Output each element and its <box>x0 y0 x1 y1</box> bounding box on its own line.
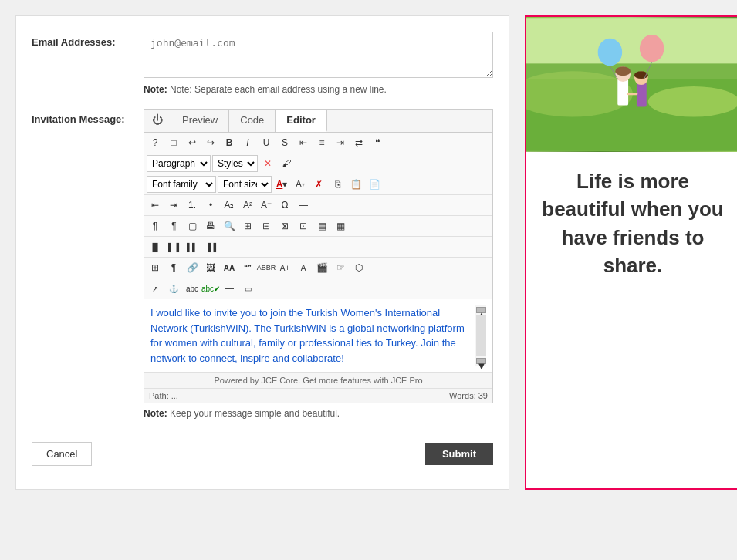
scroll-track[interactable]: ▲ ▼ <box>475 305 486 366</box>
pilcrow-button[interactable]: ¶ <box>147 218 164 234</box>
paint-button[interactable]: 🖌 <box>278 155 295 172</box>
anchor-btn[interactable]: ⚓ <box>165 280 182 297</box>
toolbar-row-2: Paragraph Styles ✕ 🖌 <box>144 153 492 174</box>
unordered-list-button[interactable]: • <box>202 197 219 214</box>
align-right-button[interactable]: ⇥ <box>332 134 349 151</box>
power-button[interactable]: ⏻ <box>144 110 171 132</box>
align-left-button[interactable]: ⇤ <box>295 134 312 151</box>
svg-point-7 <box>615 66 631 76</box>
indent-left-button[interactable]: ⇤ <box>147 197 164 214</box>
decrease-indent-button[interactable]: A⁻ <box>258 197 275 214</box>
align-center-button[interactable]: ≡ <box>313 134 330 151</box>
scroll-thumb[interactable] <box>476 315 486 356</box>
font-size-select[interactable]: Font size <box>218 176 272 193</box>
font-color-button[interactable]: A▾ <box>273 176 290 193</box>
italic-button[interactable]: I <box>239 134 256 151</box>
char-btn2[interactable]: A <box>295 259 312 276</box>
col-btn2[interactable]: ▌▐ <box>165 238 182 255</box>
cell-btn2[interactable]: ⊠ <box>276 218 293 234</box>
media-btn[interactable]: 🎬 <box>313 259 330 276</box>
special-char-button[interactable]: Ω <box>276 197 293 214</box>
path-label: Path: ... <box>149 391 178 400</box>
image-button[interactable]: 🖼 <box>202 259 219 276</box>
print-button[interactable]: 🖶 <box>202 218 219 234</box>
copy-button[interactable]: ⎘ <box>329 176 346 193</box>
buttons-row: Cancel Submit <box>32 434 493 474</box>
editor-text[interactable]: I would like to invite you to join the T… <box>150 305 475 366</box>
remove-color-button[interactable]: ✗ <box>310 176 327 193</box>
spell-btn[interactable]: abc <box>184 280 201 297</box>
align-justify-button[interactable]: ⇄ <box>350 134 367 151</box>
cancel-button[interactable]: Cancel <box>32 442 92 466</box>
subscript-button[interactable]: A₂ <box>221 197 238 214</box>
cell-btn5[interactable]: ▦ <box>332 218 349 234</box>
char-btn1[interactable]: A+ <box>276 259 293 276</box>
cell-btn4[interactable]: ▤ <box>313 218 330 234</box>
message-note: Note: Keep your message simple and beaut… <box>144 408 493 419</box>
toolbar-row-6: ▐▌ ▌▐ ▌▌ ▐▐ <box>144 237 492 258</box>
paste-text-button[interactable]: 📄 <box>366 176 383 193</box>
tooltip-btn[interactable]: ☞ <box>332 259 349 276</box>
preview-image <box>526 17 737 152</box>
highlight-color-button[interactable]: A▾ <box>292 176 309 193</box>
blockquote-button[interactable]: ❝ <box>369 134 386 151</box>
underline-button[interactable]: U <box>258 134 275 151</box>
preview-quote: Life is more beautiful when you have fri… <box>542 167 724 280</box>
block-border-button[interactable]: ▢ <box>184 218 201 234</box>
abbr-btn[interactable]: ABBR <box>258 259 275 276</box>
submit-button[interactable]: Submit <box>425 443 493 465</box>
link-button[interactable]: 🔗 <box>184 259 201 276</box>
email-input[interactable] <box>144 32 493 78</box>
check-btn[interactable]: abc✔ <box>202 280 219 297</box>
table-button[interactable]: ⊞ <box>239 218 256 234</box>
font-family-select[interactable]: Font family <box>147 176 216 193</box>
preview-text-area: Life is more beautiful when you have fri… <box>526 152 737 295</box>
email-row: Email Addresses: Note: Note: Separate ea… <box>32 32 493 95</box>
clear-format-button[interactable]: ✕ <box>259 155 276 172</box>
hr2-btn[interactable]: — <box>221 280 238 297</box>
pilcrow2-button[interactable]: ¶ <box>165 218 182 234</box>
table2-button[interactable]: ⊞ <box>147 259 164 276</box>
bold-button[interactable]: B <box>221 134 238 151</box>
quote-btn[interactable]: ❝❞ <box>239 259 256 276</box>
undo-button[interactable]: ↩ <box>184 134 201 151</box>
scroll-up-arrow[interactable]: ▲ <box>476 307 486 313</box>
ordered-list-button[interactable]: 1. <box>184 197 201 214</box>
tab-editor[interactable]: Editor <box>276 110 327 132</box>
col-btn1[interactable]: ▐▌ <box>147 238 164 255</box>
help-button[interactable]: ? <box>147 134 164 151</box>
editor-tabs: ⏻ Preview Code Editor <box>144 110 492 133</box>
editor-paragraph[interactable]: I would like to invite you to join the T… <box>150 305 475 366</box>
indent-right-button[interactable]: ⇥ <box>165 197 182 214</box>
cell-btn1[interactable]: ⊟ <box>258 218 275 234</box>
share-btn[interactable]: ⬡ <box>350 259 367 276</box>
toolbar-row-1: ? □ ↩ ↪ B I U S ⇤ ≡ ⇥ ⇄ ❝ <box>144 133 492 153</box>
font2-button[interactable]: AA <box>221 259 238 276</box>
superscript-button[interactable]: A² <box>239 197 256 214</box>
preview-card: Life is more beautiful when you have fri… <box>525 15 737 490</box>
scroll-down-arrow[interactable]: ▼ <box>476 358 486 364</box>
tab-preview[interactable]: Preview <box>171 110 229 132</box>
scene-illustration <box>526 17 737 152</box>
insert-btn[interactable]: ▭ <box>239 280 256 297</box>
col-btn4[interactable]: ▐▐ <box>202 238 219 255</box>
editor-content-area[interactable]: I would like to invite you to join the T… <box>144 299 492 372</box>
paragraph-select[interactable]: Paragraph <box>147 155 211 172</box>
email-note: Note: Note: Separate each email address … <box>144 84 493 95</box>
toolbar-row-7: ⊞ ¶ 🔗 🖼 AA ❝❞ ABBR A+ A 🎬 ☞ ⬡ <box>144 258 492 278</box>
link2-btn[interactable]: ↗ <box>147 280 164 297</box>
styles-select[interactable]: Styles <box>212 155 258 172</box>
paste-button[interactable]: 📋 <box>347 176 364 193</box>
redo-button[interactable]: ↪ <box>202 134 219 151</box>
editor-path-bar: Path: ... Words: 39 <box>144 388 492 403</box>
cell-btn3[interactable]: ⊡ <box>295 218 312 234</box>
toolbar-row-5: ¶ ¶ ▢ 🖶 🔍 ⊞ ⊟ ⊠ ⊡ ▤ ▦ <box>144 216 492 237</box>
horizontal-rule-button[interactable]: — <box>295 197 312 214</box>
col-btn3[interactable]: ▌▌ <box>184 238 201 255</box>
pilcrow3-button[interactable]: ¶ <box>165 259 182 276</box>
new-doc-button[interactable]: □ <box>165 134 182 151</box>
message-row: Invitation Message: ⏻ Preview Code Edito… <box>32 109 493 419</box>
strikethrough-button[interactable]: S <box>276 134 293 151</box>
tab-code[interactable]: Code <box>229 110 276 132</box>
find-button[interactable]: 🔍 <box>221 218 238 234</box>
